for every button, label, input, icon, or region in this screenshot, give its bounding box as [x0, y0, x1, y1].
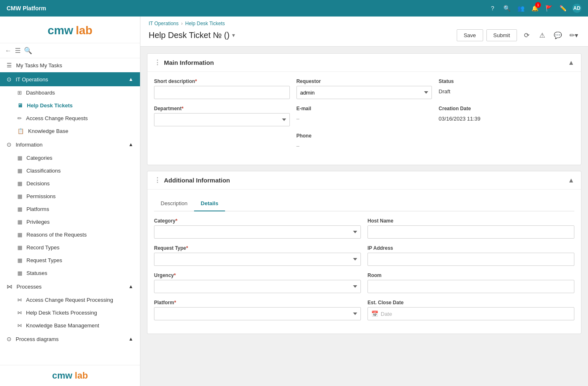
page-title-chevron[interactable]: ▾	[232, 32, 235, 38]
host-name-group: Host Name	[368, 218, 574, 239]
sidebar-item-dashboards[interactable]: ⊞ Dashboards	[0, 86, 140, 99]
sidebar-item-access-change-requests[interactable]: ✏ Access Change Requests	[0, 112, 140, 125]
decisions-label: Decisions	[26, 180, 50, 187]
kb-mgmt-label: Knowledge Base Management	[26, 322, 99, 329]
request-type-select[interactable]	[154, 253, 361, 266]
sidebar-search-button[interactable]: 🔍	[24, 47, 32, 54]
sidebar: cmw lab ← ☰ 🔍 ☰ My Tasks My Tasks ⊙ IT O…	[0, 17, 140, 386]
content-area: IT Operations › Help Desk Tickets Help D…	[140, 17, 588, 386]
sidebar-item-help-desk-tickets[interactable]: 🖥 Help Desk Tickets	[0, 99, 140, 112]
main-info-dots[interactable]: ⋮	[154, 59, 161, 66]
information-icon: ⊙	[7, 141, 12, 148]
topbar-title: CMW Platform	[7, 5, 46, 12]
urgency-group: Urgency*	[154, 272, 361, 293]
sidebar-item-categories[interactable]: ▦ Categories	[0, 152, 140, 164]
ip-address-input[interactable]	[368, 253, 574, 266]
sidebar-item-reasons-of-requests[interactable]: ▦ Reasons of the Requests	[0, 228, 140, 241]
tab-details[interactable]: Details	[194, 196, 225, 211]
sidebar-item-classifications[interactable]: ▦ Classifications	[0, 164, 140, 177]
sidebar-back-button[interactable]: ←	[5, 47, 12, 54]
submit-button[interactable]: Submit	[486, 29, 517, 41]
platform-select[interactable]	[154, 307, 361, 320]
process-diagrams-chevron: ▲	[128, 336, 133, 342]
requestor-select[interactable]: admin	[296, 86, 432, 99]
avatar[interactable]: AD	[572, 4, 581, 13]
main-info-title: ⋮ Main Information	[154, 59, 214, 66]
host-name-input[interactable]	[368, 225, 574, 239]
flag-icon[interactable]: 🚩	[544, 4, 553, 13]
sidebar-item-platforms[interactable]: ▦ Platforms	[0, 203, 140, 215]
add-info-collapse[interactable]: ▲	[568, 177, 574, 184]
breadcrumb-help-desk[interactable]: Help Desk Tickets	[185, 21, 225, 26]
room-group: Room	[368, 272, 574, 293]
sidebar-item-my-tasks[interactable]: ☰ My Tasks My Tasks	[0, 58, 140, 72]
breadcrumb-it-operations[interactable]: IT Operations	[149, 21, 178, 26]
users-icon[interactable]: 👥	[516, 4, 525, 13]
logo-cmw: cmw	[47, 24, 73, 37]
help-icon[interactable]: ?	[488, 4, 497, 13]
sidebar-group-it-operations[interactable]: ⊙ IT Operations ▲	[0, 72, 140, 86]
sidebar-menu-button[interactable]: ☰	[15, 47, 21, 54]
add-info-dots[interactable]: ⋮	[154, 176, 161, 184]
sidebar-item-statuses[interactable]: ▦ Statuses	[0, 267, 140, 279]
hdt-processing-label: Help Desk Tickets Processing	[26, 310, 97, 316]
short-description-label: Short description*	[154, 78, 290, 84]
ip-address-group: IP Address	[368, 245, 574, 266]
sidebar-item-request-types[interactable]: ▦ Request Types	[0, 254, 140, 267]
est-close-date-label: Est. Close Date	[368, 300, 574, 305]
email-label: E-mail	[296, 106, 432, 111]
sidebar-item-permissions[interactable]: ▦ Permissions	[0, 190, 140, 203]
logo-lab: lab	[76, 24, 92, 37]
add-info-title-text: Additional Information	[164, 177, 230, 184]
bell-icon[interactable]: 🔔 1	[530, 4, 539, 13]
categories-label: Categories	[26, 155, 52, 161]
sidebar-item-help-desk-processing[interactable]: ⋈ Help Desk Tickets Processing	[0, 306, 140, 319]
edit-icon[interactable]: ✏️	[558, 4, 567, 13]
warning-button[interactable]: ⚠	[536, 29, 548, 41]
sidebar-item-record-types[interactable]: ▦ Record Types	[0, 241, 140, 254]
classifications-label: Classifications	[26, 168, 61, 174]
sidebar-group-processes[interactable]: ⋈ Processes ▲	[0, 279, 140, 294]
urgency-select[interactable]	[154, 280, 361, 293]
permissions-label: Permissions	[26, 193, 56, 199]
record-types-icon: ▦	[17, 244, 22, 251]
dashboards-icon: ⊞	[17, 90, 22, 96]
department-select[interactable]	[154, 113, 290, 126]
information-chevron: ▲	[128, 142, 133, 147]
main-info-row-1: Short description* Requestor admin Statu…	[154, 78, 574, 99]
status-group: Status Draft	[439, 78, 574, 99]
statuses-icon: ▦	[17, 270, 22, 276]
creation-date-label: Creation Date	[439, 106, 574, 111]
refresh-button[interactable]: ⟳	[520, 29, 533, 41]
est-close-date-input[interactable]: 📅 Date	[368, 307, 574, 320]
room-label: Room	[368, 272, 574, 278]
sidebar-item-access-change-processing[interactable]: ⋈ Access Change Request Processing	[0, 294, 140, 306]
footer-logo-cmw: cmw	[52, 370, 72, 381]
search-icon[interactable]: 🔍	[502, 4, 511, 13]
processes-label: Processes	[17, 284, 42, 290]
statuses-label: Statuses	[26, 270, 47, 276]
sidebar-item-privileges[interactable]: ▦ Privileges	[0, 215, 140, 228]
urgency-label: Urgency*	[154, 272, 361, 278]
record-types-label: Record Types	[26, 244, 59, 251]
main-layout: cmw lab ← ☰ 🔍 ☰ My Tasks My Tasks ⊙ IT O…	[0, 17, 588, 386]
sidebar-item-kb-management[interactable]: ⋈ Knowledge Base Management	[0, 319, 140, 332]
permissions-icon: ▦	[17, 193, 22, 199]
tab-description[interactable]: Description	[154, 196, 194, 211]
sidebar-item-knowledge-base[interactable]: 📋 Knowledge Base	[0, 125, 140, 137]
requestor-label: Requestor	[296, 78, 432, 84]
category-select[interactable]	[154, 225, 361, 239]
sidebar-item-decisions[interactable]: ▦ Decisions	[0, 177, 140, 190]
sidebar-group-information[interactable]: ⊙ Information ▲	[0, 137, 140, 152]
more-actions-button[interactable]: ✏▾	[567, 29, 580, 41]
comment-button[interactable]: 💬	[552, 29, 564, 41]
acr-processing-icon: ⋈	[17, 297, 22, 303]
save-button[interactable]: Save	[457, 29, 483, 41]
creation-date-value: 03/16/2023 11:39	[439, 113, 574, 124]
calendar-icon: 📅	[371, 310, 378, 317]
sidebar-group-process-diagrams[interactable]: ⊙ Process diagrams ▲	[0, 332, 140, 346]
page-title-row: Help Desk Ticket № () ▾ Save Submit ⟳ ⚠ …	[149, 29, 580, 41]
room-input[interactable]	[368, 280, 574, 293]
main-info-collapse[interactable]: ▲	[568, 59, 574, 66]
short-description-input[interactable]	[154, 86, 290, 99]
